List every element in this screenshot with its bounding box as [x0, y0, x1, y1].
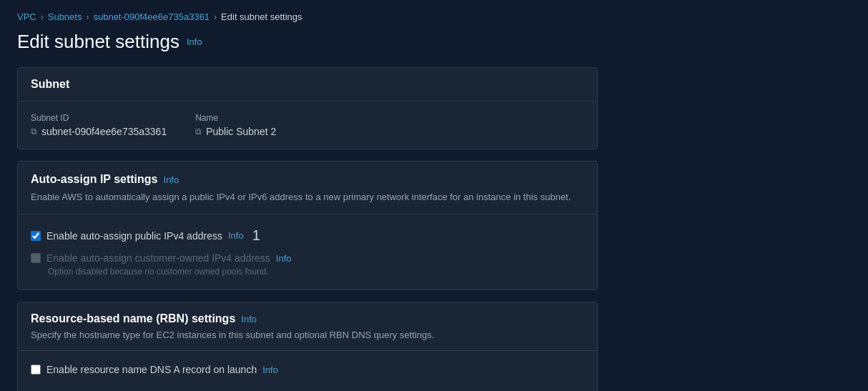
- subnet-id-copy-icon[interactable]: ⧉: [31, 127, 37, 137]
- subnet-card: Subnet Subnet ID ⧉ subnet-090f4ee6e735a3…: [17, 67, 598, 149]
- auto-assign-title: Auto-assign IP settings: [31, 173, 158, 186]
- rbn-info-link[interactable]: Info: [241, 314, 257, 325]
- breadcrumb-vpc[interactable]: VPC: [17, 11, 36, 22]
- checkbox-row-ipv4: Enable auto-assign public IPv4 address I…: [31, 227, 584, 244]
- checkbox-customer-owned[interactable]: [31, 253, 41, 263]
- auto-assign-checkboxes: Enable auto-assign public IPv4 address I…: [18, 214, 597, 289]
- subnet-card-title: Subnet: [31, 78, 584, 91]
- checkbox-dns-a-label: Enable resource name DNS A record on lau…: [46, 364, 257, 375]
- subnet-card-header: Subnet: [18, 68, 597, 102]
- checkbox-ipv4[interactable]: [31, 231, 41, 241]
- checkbox-ipv4-info-link[interactable]: Info: [228, 230, 244, 241]
- rbn-checkboxes: Enable resource name DNS A record on lau…: [18, 351, 597, 391]
- breadcrumb: VPC › Subnets › subnet-090f4ee6e735a3361…: [17, 11, 598, 22]
- auto-assign-header-body: Auto-assign IP settings Info Enable AWS …: [18, 162, 597, 214]
- checkbox-ipv4-label: Enable auto-assign public IPv4 address: [46, 230, 222, 242]
- page-info-link[interactable]: Info: [187, 36, 202, 47]
- subnet-id-field: Subnet ID ⧉ subnet-090f4ee6e735a3361: [31, 113, 167, 137]
- breadcrumb-current: Edit subnet settings: [221, 11, 302, 22]
- checkbox-ipv4-count: 1: [252, 227, 260, 244]
- checkbox-dns-a[interactable]: [31, 365, 41, 375]
- rbn-description: Specify the hostname type for EC2 instan…: [31, 330, 584, 340]
- checkbox-customer-owned-info-link[interactable]: Info: [276, 253, 292, 264]
- checkbox-dns-a-info-link[interactable]: Info: [262, 365, 278, 375]
- breadcrumb-sep-2: ›: [86, 12, 89, 22]
- checkbox-customer-owned-note: Option disabled because no customer owne…: [48, 267, 584, 277]
- subnet-name-copy-icon[interactable]: ⧉: [195, 127, 202, 137]
- auto-assign-description: Enable AWS to automatically assign a pub…: [31, 192, 584, 202]
- breadcrumb-subnets[interactable]: Subnets: [48, 11, 82, 22]
- checkbox-customer-owned-label: Enable auto-assign customer-owned IPv4 a…: [46, 252, 270, 264]
- rbn-title: Resource-based name (RBN) settings: [31, 312, 235, 325]
- subnet-info-row: Subnet ID ⧉ subnet-090f4ee6e735a3361 Nam…: [18, 102, 597, 149]
- breadcrumb-sep-3: ›: [214, 12, 217, 22]
- subnet-name-field: Name ⧉ Public Subnet 2: [195, 113, 276, 137]
- rbn-card: Resource-based name (RBN) settings Info …: [17, 302, 598, 391]
- rbn-card-header: Resource-based name (RBN) settings Info …: [18, 302, 597, 351]
- page-title: Edit subnet settings: [17, 31, 179, 53]
- breadcrumb-subnet-id[interactable]: subnet-090f4ee6e735a3361: [93, 11, 209, 22]
- checkbox-row-customer-owned: Enable auto-assign customer-owned IPv4 a…: [31, 252, 584, 277]
- auto-assign-info-link[interactable]: Info: [164, 174, 179, 185]
- checkbox-row-dns-a: Enable resource name DNS A record on lau…: [31, 364, 584, 375]
- subnet-name-value: Public Subnet 2: [206, 126, 276, 137]
- breadcrumb-sep-1: ›: [41, 12, 44, 22]
- subnet-id-label: Subnet ID: [31, 113, 167, 123]
- auto-assign-card: Auto-assign IP settings Info Enable AWS …: [17, 161, 598, 290]
- subnet-id-value: subnet-090f4ee6e735a3361: [41, 126, 167, 137]
- subnet-name-label: Name: [195, 113, 276, 123]
